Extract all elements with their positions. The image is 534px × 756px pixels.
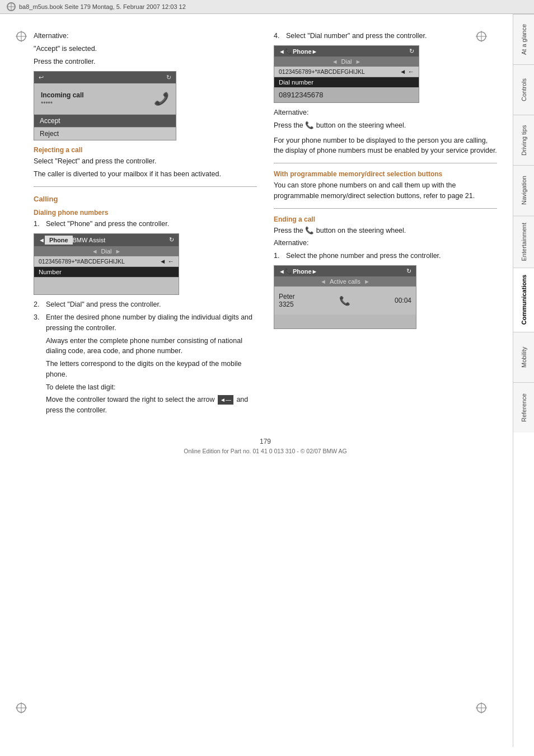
screen-title-bar: ↩ ↻ [34,72,176,83]
sidebar-tab-communications[interactable]: Communications [513,267,534,331]
ac-bottom-space [274,314,416,328]
page-footer: Online Edition for Part no. 01 41 0 013 … [34,448,497,454]
step-3: 3. Enter the desired phone number by dia… [34,312,257,418]
ac-title-bar: ◄ 📞 Phone ► ↻ [274,266,416,276]
phone-nav-arrow-r: BMW Assist [73,237,106,243]
ac-nav-l: ◄ [279,268,285,275]
step-2-text: Select "Dial" and press the controller. [46,299,161,309]
memory-text: You can store phone numbers on and call … [274,180,497,201]
crosshair-icon-header [7,2,16,11]
ending-step-1: 1. Select the phone number and press the… [274,251,497,261]
sidebar-tab-controls[interactable]: Controls [513,64,534,115]
ps2-nav-r: ► [312,48,318,55]
dial-number-label: Dial number [274,77,419,88]
accept-selected-text: "Accept" is selected. [34,44,257,54]
divider-1 [34,186,257,187]
step-4: 4. Select "Dial number" and press the co… [274,31,497,41]
ac-time: 00:04 [395,297,411,304]
alt-label-2: Alternative: [274,107,497,118]
reject-option: Reject [34,127,176,140]
press-controller-1: Press the controller. [34,57,257,67]
ac-call-icon: 📞 [339,295,350,306]
incoming-call-label: Incoming call [41,91,84,99]
sidebar-tab-navigation[interactable]: Navigation [513,165,534,215]
ac-data-row: Peter 3325 📞 00:04 [274,287,416,314]
sidebar-tab-entertainment[interactable]: Entertainment [513,215,534,267]
step-4-num: 4. [274,31,283,41]
arrow-symbol: ◄— [218,395,233,405]
corner-mark-tl [16,31,27,42]
step-3-num: 3. [34,312,43,418]
sidebar-tab-reference[interactable]: Reference [513,382,534,433]
step-1-text: Select "Phone" and press the controller. [46,219,169,229]
ac-refresh: ↻ [406,267,411,275]
ac-phone-label: Phone [293,268,312,275]
ac-nav-row: ◄ Active calls ► [274,276,416,287]
step-3a: Enter the desired phone number by dialin… [46,312,257,334]
accept-option: Accept [34,114,176,127]
ps2-phone-icon: 📞 [285,48,293,55]
ps2-nav-dial: ◄ Dial ► [274,57,419,67]
step-1: 1. Select "Phone" and press the controll… [34,219,257,229]
ps2-phone-label: Phone [293,48,312,55]
ac-caller-info: Peter 3325 [279,293,295,308]
sidebar-tab-at-a-glance[interactable]: At a glance [513,14,534,64]
phone-screen-1: ◄ Phone BMW Assist ↻ ◄ Dial ► 0123456789… [34,233,179,295]
dialing-header: Dialing phone numbers [34,209,257,217]
ac-nav-r: ► [312,268,318,275]
display-text: For your phone number to be displayed to… [274,135,497,157]
screen-back-icon: ↩ [39,74,44,81]
sidebar-tab-mobility[interactable]: Mobility [513,332,534,382]
ps2-arrow: ◄ ← [400,68,414,75]
step-3e: Move the controller toward the right to … [46,395,257,416]
dial-label: Dial [101,248,112,255]
step-3-content: Enter the desired phone number by dialin… [46,312,257,418]
ps2-charset-row: 0123456789+*#ABCDEFGHIJKL ◄ ← [274,67,419,77]
corner-mark-br [476,702,487,713]
right-sidebar: At a glance Controls Driving tips Naviga… [513,14,534,747]
steering-phone-icon: 📞 [305,121,316,129]
ending-step-1-num: 1. [274,251,283,261]
ending-step-1-text: Select the phone number and press the co… [286,251,441,261]
step-3d: To delete the last digit: [46,382,257,393]
ac-active-label: Active calls [330,278,360,285]
incoming-menu: Accept Reject [34,114,176,140]
screen-nav-dial: ◄ Dial ► [34,246,179,256]
page-body: Alternative: "Accept" is selected. Press… [0,14,534,747]
step-3b: Always enter the complete phone number c… [46,336,257,357]
memory-header: With programmable memory/direct selectio… [274,170,497,178]
step-2: 2. Select "Dial" and press the controlle… [34,299,257,309]
rejecting-header: Rejecting a call [34,146,257,154]
incoming-dots: ••••• [41,99,84,107]
ending-phone-icon: 📞 [305,227,316,234]
rejecting-text-2: The caller is diverted to your mailbox i… [34,169,257,180]
phone-icon: 📞 [154,92,169,106]
screen-refresh-2: ↻ [169,236,174,243]
divider-3 [274,208,497,209]
ac-number: 3325 [279,300,295,308]
step-1-num: 1. [34,219,43,229]
ps2-refresh: ↻ [409,48,414,55]
main-content: Alternative: "Accept" is selected. Press… [0,14,513,747]
ending-text: Press the 📞 button on the steering wheel… [274,226,497,236]
main-two-col: Alternative: "Accept" is selected. Press… [34,31,497,421]
sidebar-tab-driving-tips[interactable]: Driving tips [513,115,534,165]
divider-2 [274,163,497,163]
col-left: Alternative: "Accept" is selected. Press… [34,31,257,421]
corner-mark-tr [476,31,487,42]
screen-refresh-icon: ↻ [166,74,171,81]
ending-header: Ending a call [274,215,497,223]
ps2-charset: 0123456789+*#ABCDEFGHIJKL [279,68,365,75]
step-2-num: 2. [34,299,43,309]
dial-number-value: 08912345678 [274,88,419,102]
charset-row: 0123456789+*#ABCDEFGHIJKL ◄ ← [34,256,179,267]
ps2-dial-label: Dial [341,58,352,65]
ps2-nav-l: ◄ [279,48,285,55]
phone-nav-arrow-l: ◄ [39,237,45,243]
phone-label-box: Phone [45,236,73,245]
active-calls-screen: ◄ 📞 Phone ► ↻ ◄ Active calls ► Peter [274,265,416,329]
alt-text-2: Press the 📞 button on the steering wheel… [274,120,497,131]
ac-name: Peter [279,293,295,300]
rejecting-text-1: Select "Reject" and press the controller… [34,156,257,167]
corner-mark-bl [16,702,27,713]
